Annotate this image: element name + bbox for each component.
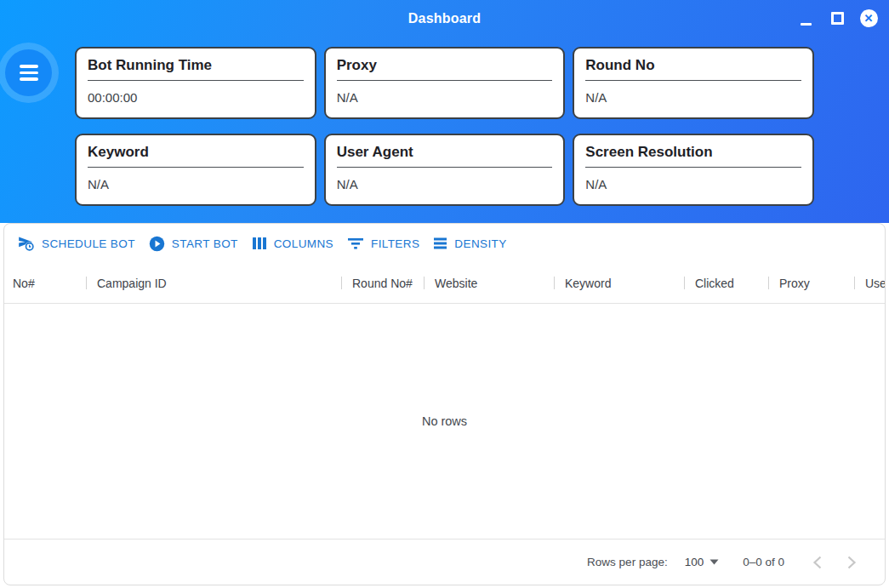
stat-card-value: N/A	[585, 177, 801, 191]
rows-per-page-value: 100	[685, 556, 704, 568]
column-header-label: Round No#	[352, 277, 413, 290]
column-header-label: No#	[13, 277, 35, 290]
maximize-button[interactable]	[827, 9, 847, 29]
grid-toolbar: SCHEDULE BOT START BOT COLUMNS FILTERS	[4, 224, 885, 263]
stat-card-label: Bot Running Time	[88, 56, 304, 75]
filter-list-icon	[347, 237, 364, 250]
column-header-user-agent[interactable]: User Agent	[854, 263, 885, 303]
minimize-button[interactable]	[795, 9, 816, 29]
column-header-keyword[interactable]: Keyword	[554, 263, 684, 303]
dashboard-window: Dashboard ✕ Bot Running Time 00:00:00	[0, 0, 889, 588]
stat-card-screen-resolution: Screen Resolution N/A	[573, 134, 814, 206]
stat-card-label: Screen Resolution	[585, 143, 801, 162]
window-controls: ✕	[795, 0, 879, 37]
table-body: No rows	[4, 304, 885, 539]
column-header-label: Keyword	[565, 277, 611, 290]
stat-card-label: Proxy	[337, 56, 553, 75]
column-header-label: Website	[435, 277, 477, 290]
filters-label: FILTERS	[371, 237, 419, 250]
column-header-clicked[interactable]: Clicked	[684, 263, 768, 303]
dropdown-arrow-icon	[709, 559, 719, 565]
stat-card-user-agent: User Agent N/A	[324, 134, 566, 206]
stat-card-label: Keyword	[88, 143, 304, 162]
schedule-bot-label: SCHEDULE BOT	[42, 237, 135, 250]
column-header-label: Proxy	[779, 277, 810, 290]
column-separator	[554, 277, 555, 289]
column-header-proxy[interactable]: Proxy	[768, 263, 854, 303]
column-header-round-no[interactable]: Round No#	[341, 263, 424, 303]
density-label: DENSITY	[454, 237, 506, 250]
column-separator	[86, 277, 87, 289]
chevron-left-icon	[812, 556, 822, 569]
pagination-range-label: 0–0 of 0	[743, 556, 784, 568]
card-divider	[88, 167, 304, 168]
stats-cards: Bot Running Time 00:00:00 Proxy N/A Roun…	[75, 47, 814, 206]
column-header-label: User Agent	[865, 277, 885, 290]
card-divider	[585, 80, 801, 81]
stat-card-proxy: Proxy N/A	[324, 47, 566, 119]
column-separator	[854, 277, 855, 289]
play-circle-icon	[149, 236, 165, 252]
column-separator	[768, 277, 769, 289]
view-columns-icon	[252, 237, 267, 250]
previous-page-button[interactable]	[805, 551, 829, 574]
close-icon: ✕	[860, 9, 878, 27]
menu-button[interactable]	[5, 49, 52, 96]
rows-per-page-select[interactable]: 100	[685, 556, 720, 568]
schedule-send-icon	[17, 235, 35, 252]
card-divider	[337, 80, 553, 81]
next-page-button[interactable]	[840, 551, 863, 574]
schedule-bot-button[interactable]: SCHEDULE BOT	[10, 230, 142, 257]
stat-card-keyword: Keyword N/A	[75, 134, 316, 206]
filters-button[interactable]: FILTERS	[340, 231, 426, 255]
stat-card-value: 00:00:00	[88, 90, 304, 105]
rows-per-page-label: Rows per page:	[587, 556, 668, 568]
data-table-panel: SCHEDULE BOT START BOT COLUMNS FILTERS	[3, 223, 886, 585]
column-separator	[341, 277, 342, 289]
column-header-campaign-id[interactable]: Campaign ID	[86, 263, 341, 303]
stat-card-value: N/A	[337, 177, 553, 191]
stat-card-bot-running-time: Bot Running Time 00:00:00	[75, 47, 316, 119]
titlebar: Dashboard ✕	[0, 0, 889, 37]
table-header-row: No# Campaign ID Round No# Website Keywor…	[4, 263, 885, 304]
density-button[interactable]: DENSITY	[426, 231, 513, 255]
close-button[interactable]: ✕	[858, 9, 879, 29]
hamburger-icon	[20, 65, 38, 81]
column-separator	[424, 277, 425, 289]
card-divider	[337, 167, 553, 168]
maximize-icon	[831, 12, 844, 25]
column-header-website[interactable]: Website	[424, 263, 554, 303]
empty-rows-message: No rows	[4, 414, 885, 428]
column-separator	[684, 277, 685, 289]
stat-card-value: N/A	[585, 90, 801, 105]
stat-card-label: User Agent	[337, 143, 553, 162]
stat-card-label: Round No	[585, 56, 801, 75]
columns-label: COLUMNS	[274, 237, 333, 250]
card-divider	[585, 167, 801, 168]
start-bot-label: START BOT	[172, 237, 238, 250]
stat-card-value: N/A	[337, 90, 553, 105]
columns-button[interactable]: COLUMNS	[245, 231, 340, 255]
pagination-bar: Rows per page: 100 0–0 of 0	[4, 539, 885, 585]
window-title: Dashboard	[0, 0, 889, 37]
stat-card-round-no: Round No N/A	[573, 47, 814, 119]
card-divider	[88, 80, 304, 81]
column-header-label: Clicked	[695, 277, 734, 290]
column-header-no[interactable]: No#	[4, 263, 86, 303]
header-area: Dashboard ✕ Bot Running Time 00:00:00	[0, 0, 889, 223]
column-header-label: Campaign ID	[97, 277, 167, 290]
stat-card-value: N/A	[88, 177, 304, 191]
density-lines-icon	[433, 237, 447, 250]
minimize-icon	[801, 23, 812, 26]
chevron-right-icon	[847, 556, 857, 569]
start-bot-button[interactable]: START BOT	[142, 231, 245, 257]
